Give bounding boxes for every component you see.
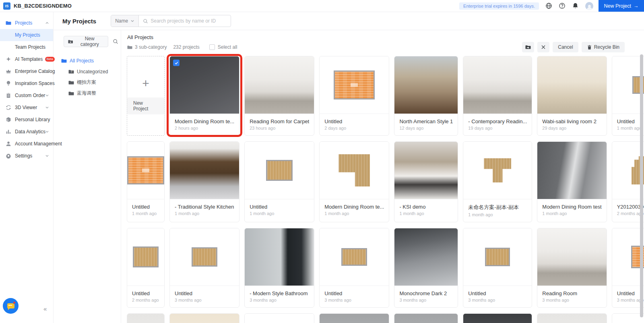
sidebar-item-3d-viewer[interactable]: 3D Viewer bbox=[0, 101, 53, 114]
project-card[interactable]: Y201200300001Yamada...2 months ago bbox=[612, 141, 644, 222]
project-time: 23 hours ago bbox=[250, 126, 309, 130]
sidebar-item-ai-templates[interactable]: AI TemplatesBeta bbox=[0, 53, 53, 65]
project-time: 3 months ago bbox=[542, 298, 601, 302]
name-filter-dropdown[interactable]: Name bbox=[111, 15, 139, 27]
project-thumbnail bbox=[612, 56, 644, 114]
floorplan-thumbnail bbox=[341, 248, 367, 266]
project-card[interactable]: Untitled3 months ago bbox=[463, 228, 532, 308]
search-icon bbox=[113, 39, 118, 44]
category-all-projects[interactable]: All Projects bbox=[54, 55, 121, 66]
project-card[interactable]: Reading Room for Carpet23 hours ago bbox=[244, 56, 314, 136]
project-count: 232 projects bbox=[173, 44, 199, 50]
chevron-down-icon bbox=[45, 57, 50, 62]
project-card[interactable]: Modern Dining Room test1 month ago bbox=[537, 141, 607, 222]
project-card[interactable] bbox=[612, 313, 644, 323]
scrollbar[interactable] bbox=[640, 54, 643, 317]
sidebar-item-label: 3D Viewer bbox=[15, 105, 37, 110]
sidebar-item-projects[interactable]: Projects bbox=[0, 17, 53, 29]
project-card[interactable] bbox=[463, 313, 532, 323]
search-input[interactable] bbox=[151, 18, 227, 24]
project-card[interactable]: Untitled2 months ago bbox=[127, 228, 165, 308]
category-label: Uncategorized bbox=[77, 69, 108, 75]
sidebar-item-data-analytics[interactable]: Data Analytics bbox=[0, 126, 53, 138]
sidebar-item-label: Account Management bbox=[15, 141, 62, 147]
project-card[interactable]: Modern Dining Room te...1 month ago bbox=[319, 141, 389, 222]
project-card[interactable]: Monochrome Dark 23 months ago bbox=[394, 228, 458, 308]
project-thumbnail bbox=[245, 142, 314, 199]
sidebar-item-label: Projects bbox=[15, 20, 32, 26]
main-content: All Projects 3 sub-category 232 projects… bbox=[121, 30, 644, 323]
collapse-sidebar-button[interactable]: « bbox=[43, 305, 47, 312]
project-card[interactable] bbox=[244, 313, 314, 323]
project-card[interactable]: - Contemporary Readin...19 days ago bbox=[463, 56, 532, 136]
project-time: 1 month ago bbox=[468, 212, 527, 217]
chat-support-button[interactable] bbox=[3, 298, 19, 314]
project-card[interactable]: Wabi-sabi living room 229 days ago bbox=[537, 56, 607, 136]
sidebar-item-my-projects[interactable]: My Projects bbox=[0, 29, 53, 41]
avatar[interactable] bbox=[585, 2, 593, 10]
project-card[interactable] bbox=[169, 313, 239, 323]
project-card[interactable]: Untitled1 month ago bbox=[612, 56, 644, 136]
category-search-button[interactable] bbox=[111, 36, 121, 47]
project-card[interactable]: Untitled1 month ago bbox=[127, 141, 165, 222]
project-card[interactable] bbox=[127, 313, 165, 323]
project-time: 1 month ago bbox=[542, 211, 601, 216]
project-card[interactable]: - Modern Style Bathroom3 months ago bbox=[244, 228, 314, 308]
project-card[interactable] bbox=[319, 313, 389, 323]
chevron-down-icon bbox=[45, 69, 50, 74]
cancel-button[interactable]: Cancel bbox=[553, 42, 578, 52]
bell-icon[interactable] bbox=[572, 2, 579, 9]
project-card[interactable]: Untitled2 days ago bbox=[319, 56, 389, 136]
project-title: Untitled bbox=[468, 290, 527, 296]
close-icon bbox=[541, 44, 546, 50]
sidebar-item-account-management[interactable]: Account Management bbox=[0, 138, 53, 150]
new-category-button[interactable]: New category bbox=[64, 36, 108, 47]
globe-icon[interactable] bbox=[545, 2, 552, 9]
project-time: 1 month ago bbox=[399, 211, 453, 216]
new-project-button[interactable]: New Project → bbox=[599, 0, 644, 12]
help-icon[interactable] bbox=[559, 2, 566, 9]
new-project-card[interactable]: +New Project bbox=[127, 56, 165, 136]
project-card[interactable]: Modern Dining Room te...2 hours ago bbox=[169, 56, 239, 136]
project-thumbnail bbox=[394, 228, 458, 286]
project-thumbnail bbox=[463, 228, 532, 286]
project-card[interactable] bbox=[537, 313, 607, 323]
project-thumbnail bbox=[394, 142, 458, 199]
category-uncategorized[interactable]: ?Uncategorized bbox=[54, 66, 121, 77]
sidebar-item-team-projects[interactable]: Team Projects bbox=[0, 41, 53, 53]
move-to-folder-button[interactable] bbox=[522, 42, 534, 52]
project-title: Untitled bbox=[250, 204, 309, 210]
recycle-bin-button[interactable]: Recycle Bin bbox=[582, 42, 625, 52]
select-all-checkbox[interactable] bbox=[209, 44, 215, 50]
sidebar-item-label: AI Templates bbox=[15, 56, 43, 62]
category-item[interactable]: 棚拍方案 bbox=[54, 77, 121, 88]
sidebar-item-custom-order[interactable]: Custom Order bbox=[0, 89, 53, 101]
section-title: All Projects bbox=[121, 30, 644, 41]
category-item[interactable]: 蓝海调整 bbox=[54, 88, 121, 99]
project-card[interactable] bbox=[394, 313, 458, 323]
project-card[interactable]: - Traditional Style Kitchen1 month ago bbox=[169, 141, 239, 222]
project-thumbnail bbox=[170, 142, 239, 199]
sidebar-nav: ProjectsMy ProjectsTeam ProjectsAI Templ… bbox=[0, 12, 54, 323]
search-combo: Name bbox=[111, 15, 231, 27]
category-panel: New category All Projects?Uncategorized棚… bbox=[54, 30, 121, 323]
clear-selection-button[interactable] bbox=[537, 42, 549, 52]
project-card[interactable]: 未命名方案-副本-副本1 month ago bbox=[463, 141, 532, 222]
project-card[interactable]: North American Style 112 days ago bbox=[394, 56, 458, 136]
trial-badge: Enterprise trial expires in 1596 days. bbox=[459, 2, 539, 10]
project-thumbnail bbox=[612, 314, 644, 323]
sidebar-item-enterprise-catalog[interactable]: Enterprise Catalog bbox=[0, 65, 53, 77]
folder-move-icon bbox=[525, 44, 531, 50]
sidebar-item-inspiration-spaces[interactable]: Inspiration Spaces bbox=[0, 77, 53, 89]
project-card[interactable]: - KSI demo1 month ago bbox=[394, 141, 458, 222]
project-card[interactable]: Untitled3 months ago bbox=[169, 228, 239, 308]
project-thumbnail bbox=[537, 228, 606, 286]
selected-checkbox[interactable] bbox=[173, 60, 180, 66]
sidebar-item-settings[interactable]: Settings bbox=[0, 150, 53, 162]
sidebar-item-personal-library[interactable]: Personal Library bbox=[0, 114, 53, 126]
project-card[interactable]: Untitled3 months ago bbox=[612, 228, 644, 308]
project-card[interactable]: Untitled3 months ago bbox=[319, 228, 389, 308]
project-time: 3 months ago bbox=[250, 298, 309, 302]
project-card[interactable]: Untitled1 month ago bbox=[244, 141, 314, 222]
project-card[interactable]: Reading Room3 months ago bbox=[537, 228, 607, 308]
